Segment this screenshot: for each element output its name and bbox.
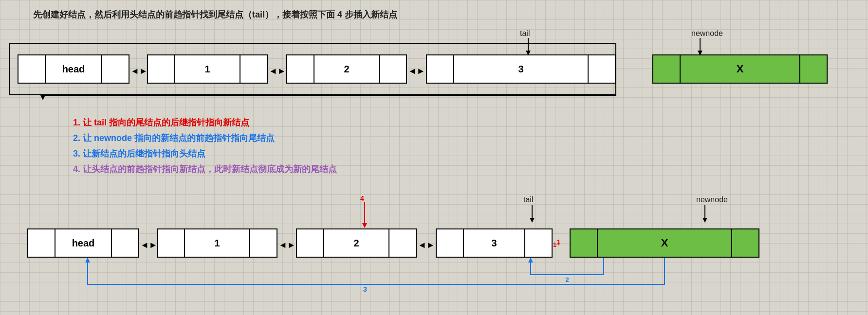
arrow-d2-1-2: ◄► bbox=[278, 240, 296, 250]
newnode-arrow-d1 bbox=[695, 38, 705, 56]
tail-label-d1: tail bbox=[520, 29, 530, 38]
svg-text:2: 2 bbox=[565, 276, 569, 283]
instructions: 1. 让 tail 指向的尾结点的后继指针指向新结点 2. 让 newnode … bbox=[73, 117, 337, 179]
back-arrow-d1 bbox=[9, 43, 617, 95]
newnode-label-d2: newnode bbox=[696, 195, 728, 204]
newnode-label-cell: X bbox=[681, 55, 799, 83]
instr-2: 2. 让 newnode 指向的新结点的前趋指针指向尾结点 bbox=[73, 132, 337, 144]
step4-arrow bbox=[364, 202, 365, 228]
node-2-d2-right bbox=[388, 229, 416, 257]
description-text: 先创建好结点，然后利用头结点的前趋指针找到尾结点（tail），接着按照下面 4 … bbox=[33, 9, 397, 20]
svg-marker-8 bbox=[362, 223, 367, 228]
newnode-d2-right bbox=[731, 229, 758, 257]
node-3-d2-right bbox=[524, 229, 552, 257]
node-head-d2-right bbox=[111, 229, 138, 257]
node-3-d2: 3 bbox=[436, 228, 553, 258]
node-2-d2-label: 2 bbox=[324, 229, 388, 257]
instr-2-num: 2. bbox=[73, 133, 80, 143]
node-3-d2-label: 3 bbox=[464, 229, 524, 257]
node-1-d2-label: 1 bbox=[185, 229, 249, 257]
svg-marker-10 bbox=[530, 218, 535, 223]
instr-1-num: 1. bbox=[73, 118, 80, 127]
instr-3: 3. 让新结点的后继指针指向头结点 bbox=[73, 148, 337, 159]
svg-marker-4 bbox=[40, 95, 45, 100]
node-head-d2-label: head bbox=[55, 229, 111, 257]
svg-text:3: 3 bbox=[363, 285, 367, 293]
tail-label-d2: tail bbox=[523, 195, 533, 204]
node-newnode-d1: X bbox=[652, 54, 828, 84]
instr-1-text: 让 tail 指向的尾结点的后继指针指向新结点 bbox=[80, 118, 249, 127]
newnode-label-d1: newnode bbox=[691, 29, 723, 38]
arrow-d2-head-1: ◄► bbox=[140, 240, 158, 250]
diagram2: 4 tail newnode head ◄► 1 ◄► 2 ◄► bbox=[10, 194, 867, 301]
node-3-d2-left bbox=[437, 229, 464, 257]
instr-1: 1. 让 tail 指向的尾结点的后继指针指向新结点 bbox=[73, 117, 337, 128]
node-1-d2-right bbox=[249, 229, 277, 257]
newnode-left-cell bbox=[653, 55, 681, 83]
node-1-d2-left bbox=[158, 229, 185, 257]
step4-label: 4 bbox=[360, 194, 364, 202]
tail-arrow-d2 bbox=[527, 205, 537, 224]
diagram1: head ◄► 1 ◄► 2 ◄► 3 tail bbox=[0, 29, 868, 119]
newnode-right-cell bbox=[799, 55, 827, 83]
node-head-d2-left bbox=[28, 229, 55, 257]
node-newnode-d2: X bbox=[570, 228, 759, 258]
instr-4-num: 4. bbox=[73, 164, 80, 174]
node-1-d2: 1 bbox=[157, 228, 277, 258]
node-2-d2: 2 bbox=[296, 228, 417, 258]
instr-3-text: 让新结点的后继指针指向头结点 bbox=[80, 149, 205, 158]
node-head-d2: head bbox=[27, 228, 139, 258]
svg-marker-15 bbox=[85, 258, 90, 262]
svg-marker-12 bbox=[702, 218, 707, 223]
newnode-d2-left bbox=[571, 229, 598, 257]
svg-marker-13 bbox=[528, 258, 533, 262]
instr-4: 4. 让头结点的前趋指针指向新结点，此时新结点彻底成为新的尾结点 bbox=[73, 163, 337, 175]
node-2-d2-left bbox=[297, 229, 324, 257]
step1-num-d2: 1 bbox=[557, 238, 560, 245]
instr-2-text: 让 newnode 指向的新结点的前趋指针指向尾结点 bbox=[80, 133, 275, 143]
arrow-d2-2-3: ◄► bbox=[418, 240, 435, 250]
instr-4-text: 让头结点的前趋指针指向新结点，此时新结点彻底成为新的尾结点 bbox=[80, 164, 337, 174]
newnode-arrow-d2 bbox=[700, 205, 710, 224]
instr-3-num: 3. bbox=[73, 149, 80, 158]
newnode-d2-label: X bbox=[598, 229, 731, 257]
